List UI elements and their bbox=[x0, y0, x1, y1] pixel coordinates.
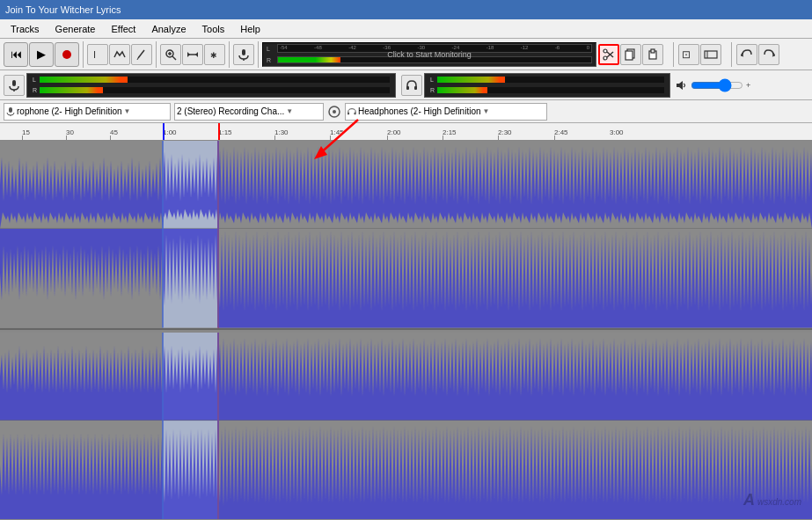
mic-button[interactable] bbox=[233, 44, 254, 65]
audio-io-group bbox=[233, 41, 259, 68]
ruler-tick: 30 bbox=[66, 128, 74, 136]
sep1 bbox=[673, 42, 674, 67]
svg-rect-12 bbox=[242, 49, 245, 55]
time-shift-button[interactable] bbox=[182, 44, 203, 65]
svg-rect-30 bbox=[414, 86, 417, 90]
channels-chevron: ▼ bbox=[286, 107, 293, 115]
input-device-chevron: ▼ bbox=[124, 107, 131, 115]
svg-text:I: I bbox=[93, 49, 96, 60]
ruler-tick: 3:00 bbox=[610, 128, 624, 136]
menu-generate[interactable]: Generate bbox=[48, 22, 103, 36]
tool-group: I bbox=[87, 41, 157, 68]
paste-button[interactable] bbox=[642, 44, 663, 65]
channels-dropdown[interactable]: 2 (Stereo) Recording Cha... ▼ bbox=[174, 103, 324, 121]
svg-text:✱: ✱ bbox=[210, 51, 217, 60]
skip-to-start-button[interactable]: ⏮ bbox=[4, 42, 28, 67]
input-device-dropdown[interactable]: rophone (2- High Definition ▼ bbox=[4, 103, 171, 121]
toolbar-row2: L R L R bbox=[0, 70, 812, 100]
audio-output-icon bbox=[327, 105, 341, 119]
svg-rect-23 bbox=[705, 51, 717, 58]
title-bar: Join To Your Witcher Lyrics bbox=[0, 0, 812, 19]
headphone-small-icon bbox=[347, 107, 356, 116]
svg-marker-31 bbox=[677, 81, 683, 90]
menu-tools[interactable]: Tools bbox=[195, 22, 232, 36]
svg-text:⊡: ⊡ bbox=[682, 48, 691, 61]
ruler-tick: 1:00 bbox=[163, 128, 177, 136]
output-device-chevron: ▼ bbox=[483, 107, 490, 115]
svg-point-35 bbox=[333, 110, 336, 114]
track-2-waveform[interactable] bbox=[0, 333, 812, 520]
ruler-tick: 15 bbox=[22, 128, 30, 136]
zoom-fit-button[interactable]: ⊡ bbox=[678, 44, 699, 65]
track-1 bbox=[0, 141, 812, 330]
svg-rect-21 bbox=[651, 49, 655, 53]
svg-rect-37 bbox=[355, 112, 356, 114]
copy-button[interactable] bbox=[620, 44, 641, 65]
volume-icon bbox=[676, 79, 688, 92]
svg-rect-19 bbox=[625, 51, 633, 60]
output-device-dropdown[interactable]: Headphones (2- High Definition ▼ bbox=[345, 103, 547, 121]
menu-bar: Tracks Generate Effect Analyze Tools Hel… bbox=[0, 19, 812, 39]
main-content: 15 30 45 1:00 1:15 1:30 1:45 2:00 2:15 2… bbox=[0, 123, 812, 520]
toolbar-row1: ⏮ ▶ I bbox=[0, 39, 812, 70]
menu-effect[interactable]: Effect bbox=[104, 22, 143, 36]
redo-button[interactable] bbox=[758, 44, 779, 65]
menu-tracks[interactable]: Tracks bbox=[4, 22, 47, 36]
svg-point-15 bbox=[604, 56, 607, 60]
output-volume-slider[interactable] bbox=[691, 79, 743, 92]
ruler-tick: 1:45 bbox=[330, 128, 344, 136]
svg-marker-9 bbox=[187, 52, 190, 57]
mic-icon[interactable] bbox=[4, 75, 25, 96]
svg-line-3 bbox=[137, 58, 138, 60]
transport-group: ⏮ ▶ bbox=[4, 41, 84, 68]
zoom-in-button[interactable] bbox=[160, 44, 181, 65]
headphone-icon[interactable] bbox=[401, 75, 422, 96]
ruler-tick: 2:00 bbox=[387, 128, 401, 136]
mic-small-icon bbox=[6, 107, 15, 116]
cut-button[interactable] bbox=[598, 44, 619, 65]
ruler-tick: 2:45 bbox=[554, 128, 568, 136]
ruler: 15 30 45 1:00 1:15 1:30 1:45 2:00 2:15 2… bbox=[0, 123, 812, 141]
undo-button[interactable] bbox=[736, 44, 757, 65]
svg-rect-32 bbox=[9, 107, 12, 113]
input-device-label: rophone (2- High Definition bbox=[17, 106, 122, 116]
envelope-tool-button[interactable] bbox=[109, 44, 130, 65]
sep2 bbox=[731, 42, 732, 67]
output-device-label: Headphones (2- High Definition bbox=[358, 106, 481, 116]
track-1-waveform[interactable] bbox=[0, 141, 812, 328]
volume-plus[interactable]: + bbox=[746, 81, 750, 90]
selection-tool-button[interactable]: I bbox=[87, 44, 108, 65]
ruler-tick: 1:30 bbox=[274, 128, 289, 136]
channels-label: 2 (Stereo) Recording Cha... bbox=[177, 106, 284, 116]
record-button[interactable] bbox=[55, 42, 79, 67]
ruler-tick: 45 bbox=[110, 128, 118, 136]
app-title: Join To Your Witcher Lyrics bbox=[5, 4, 121, 15]
edit-group bbox=[598, 41, 667, 68]
track-2 bbox=[0, 333, 812, 521]
svg-marker-10 bbox=[195, 52, 198, 57]
zoom-controls: ⊡ bbox=[678, 41, 725, 68]
channel-icon-btn[interactable] bbox=[327, 105, 341, 119]
vu-meter: L -54 -48 -42 -36 -30 -24 -18 -12 -6 0 R bbox=[262, 42, 596, 67]
watermark: Awsxdn.com bbox=[743, 491, 801, 509]
svg-rect-36 bbox=[347, 112, 349, 114]
multi-tool-button[interactable]: ✱ bbox=[204, 44, 225, 65]
menu-analyze[interactable]: Analyze bbox=[144, 22, 193, 36]
device-row: rophone (2- High Definition ▼ 2 (Stereo)… bbox=[0, 100, 812, 123]
play-button[interactable]: ▶ bbox=[29, 42, 54, 67]
ruler-tick: 2:15 bbox=[443, 128, 457, 136]
svg-line-2 bbox=[138, 50, 144, 58]
zoom-tracks-button[interactable] bbox=[700, 44, 721, 65]
svg-point-0 bbox=[62, 50, 71, 59]
tracks-area bbox=[0, 141, 812, 520]
svg-point-14 bbox=[604, 49, 607, 53]
svg-line-5 bbox=[172, 56, 176, 60]
zoom-group: ✱ bbox=[160, 41, 230, 68]
menu-help[interactable]: Help bbox=[233, 22, 267, 36]
undo-redo-group bbox=[736, 41, 783, 68]
ruler-tick: 1:15 bbox=[218, 128, 232, 136]
svg-rect-29 bbox=[406, 86, 409, 90]
ruler-tick: 2:30 bbox=[498, 128, 512, 136]
draw-tool-button[interactable] bbox=[131, 44, 152, 65]
svg-rect-27 bbox=[12, 80, 16, 86]
